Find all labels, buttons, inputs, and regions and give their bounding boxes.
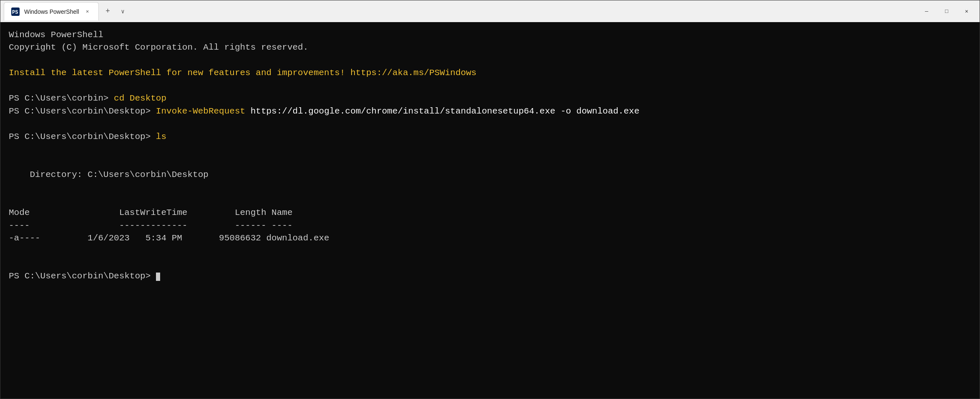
active-tab[interactable]: PS Windows PowerShell ✕ [4,2,99,20]
cmd-2-invoke: Invoke-WebRequest [156,106,245,116]
output-line-1: Windows PowerShell [9,29,971,41]
output-blank-3 [9,118,971,130]
tab-title: Windows PowerShell [24,8,79,15]
output-table-divider: ---- ------------- ------ ---- [9,220,971,232]
output-table-header: Mode LastWriteTime Length Name [9,207,971,219]
output-directory: Directory: C:\Users\corbin\Desktop [9,169,971,181]
output-blank-1 [9,54,971,67]
tab-bar: PS Windows PowerShell ✕ + ∨ [4,2,917,20]
output-blank-8 [9,245,971,257]
output-blank-7 [9,194,971,207]
cursor [156,273,160,281]
close-button[interactable]: ✕ [957,4,976,19]
output-blank-9 [9,258,971,270]
maximize-button[interactable]: □ [937,4,956,19]
terminal-output[interactable]: Windows PowerShell Copyright (C) Microso… [0,22,980,399]
prompt-4: PS C:\Users\corbin\Desktop> [9,271,156,281]
output-blank-6 [9,181,971,194]
prompt-3: PS C:\Users\corbin\Desktop> [9,132,156,141]
prompt-2: PS C:\Users\corbin\Desktop> [9,106,156,116]
new-tab-button[interactable]: + [101,4,116,19]
output-table-row-1: -a---- 1/6/2023 5:34 PM 95086632 downloa… [9,232,971,245]
cmd-2-rest: https://dl.google.com/chrome/install/sta… [245,106,639,116]
cmd-3-ls: ls [156,132,166,141]
powershell-window: PS Windows PowerShell ✕ + ∨ — □ ✕ Window… [0,0,980,399]
svg-text:PS: PS [12,10,18,15]
tab-dropdown-button[interactable]: ∨ [116,4,131,19]
output-cmd2: PS C:\Users\corbin\Desktop> Invoke-WebRe… [9,105,971,118]
output-cmd1: PS C:\Users\corbin> cd Desktop [9,92,971,105]
output-upgrade: Install the latest PowerShell for new fe… [9,67,971,79]
output-blank-2 [9,80,971,92]
output-cmd3: PS C:\Users\corbin\Desktop> ls [9,131,971,143]
output-blank-5 [9,156,971,168]
tab-close-button[interactable]: ✕ [83,8,92,16]
minimize-button[interactable]: — [917,4,936,19]
powershell-icon: PS [11,7,20,16]
output-final-prompt: PS C:\Users\corbin\Desktop> [9,270,971,283]
title-bar: PS Windows PowerShell ✕ + ∨ — □ ✕ [0,0,980,22]
window-controls: — □ ✕ [917,4,976,19]
output-line-2: Copyright (C) Microsoft Corporation. All… [9,41,971,54]
prompt-1: PS C:\Users\corbin> [9,93,114,103]
cmd-1-text: cd Desktop [114,93,166,103]
output-blank-4 [9,143,971,156]
